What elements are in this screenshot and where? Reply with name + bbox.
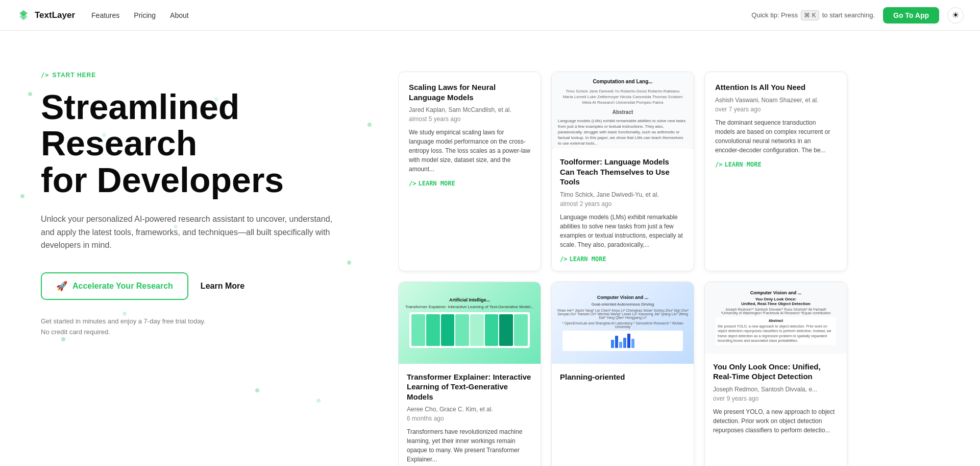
nav-about[interactable]: About (170, 11, 189, 19)
paper-title: Transformer Explainer: Interactive Learn… (407, 372, 532, 402)
navbar: TextLayer Features Pricing About Quick t… (0, 0, 980, 31)
paper-preview-img: Computation and Lang... Timo Schick Jane… (552, 72, 694, 149)
hero-subtitle: Unlock your personalized AI-powered rese… (41, 213, 337, 252)
paper-card-body: Toolformer: Language Models Can Teach Th… (552, 149, 694, 271)
logo-link[interactable]: TextLayer (16, 8, 75, 22)
paper-time: almost 5 years ago (409, 115, 530, 123)
theme-toggle-button[interactable]: ☀ (947, 7, 964, 24)
paper-preview-img: Computer Vision and ... You Only Look On… (705, 282, 847, 354)
paper-time: over 7 years ago (715, 106, 837, 113)
paper-title: Attention Is All You Need (715, 82, 837, 92)
card-image-label: Computer Vision and ... (750, 290, 801, 295)
paper-time: over 9 years ago (713, 395, 839, 402)
paper-authors: Jared Kaplan, Sam McCandlish, et al. (409, 106, 530, 113)
keyboard-shortcut: ⌘ K (801, 10, 819, 20)
paper-authors: Joseph Redmon, Santosh Divvala, e... (713, 386, 839, 393)
papers-grid: Scaling Laws for Neural Language Models … (398, 31, 980, 466)
go-to-app-button[interactable]: Go To App (883, 7, 939, 24)
paper-card-transformer: Artificial Intellige... Transformer Expl… (398, 282, 541, 467)
card-image-label: Computer Vision and ... (597, 295, 648, 300)
hero-title-line1: Streamlined (41, 87, 239, 126)
hero-title-line2: Research (41, 124, 197, 162)
start-label: START HERE (41, 72, 368, 79)
paper-snippet: Transformers have revolutionized machine… (407, 427, 532, 464)
hero-title-line3: for Developers (41, 160, 284, 199)
paper-card-body: Planning-oriented (552, 364, 694, 394)
paper-snippet: The dominant sequence transduction model… (715, 118, 837, 155)
paper-time: almost 2 years ago (560, 200, 685, 207)
paper-authors: Timo Schick, Jane Dwivedi-Yu, et al. (560, 191, 685, 198)
paper-title: You Only Look Once: Unified, Real-Time O… (713, 362, 839, 382)
paper-title: Scaling Laws for Neural Language Models (409, 82, 530, 102)
hero-section: START HERE Streamlined Research for Deve… (0, 31, 980, 466)
paper-snippet: We study empirical scaling laws for lang… (409, 128, 530, 174)
hero-actions: 🚀 Accelerate Your Research Learn More (41, 272, 368, 300)
paper-learn-more[interactable]: LEARN MORE (715, 161, 837, 168)
paper-preview-img: Computer Vision and ... Goal-oriented Au… (552, 282, 694, 364)
paper-snippet: We present YOLO, a new approach to objec… (713, 407, 839, 435)
hero-left: START HERE Streamlined Research for Deve… (0, 31, 398, 466)
rocket-icon: 🚀 (56, 281, 67, 292)
paper-learn-more[interactable]: LEARN MORE (560, 255, 685, 263)
nav-right: Quick tip: Press ⌘ K to start searching.… (751, 7, 964, 24)
logo-text: TextLayer (35, 10, 75, 20)
paper-authors: Ashish Vaswani, Noam Shazeer, et al. (715, 97, 837, 104)
quick-tip: Quick tip: Press ⌘ K to start searching. (751, 10, 875, 20)
hero-trial-text: Get started in minutes and enjoy a 7-day… (41, 316, 368, 338)
paper-card-planning: Computer Vision and ... Goal-oriented Au… (551, 282, 694, 467)
paper-card-toolformer: Computation and Lang... Timo Schick Jane… (551, 72, 694, 271)
paper-preview-img: Artificial Intellige... Transformer Expl… (399, 282, 541, 364)
logo-icon (16, 8, 31, 22)
nav-features[interactable]: Features (91, 11, 119, 19)
paper-card-attention: Attention Is All You Need Ashish Vaswani… (704, 72, 847, 271)
hero-title: Streamlined Research for Developers (41, 89, 368, 198)
paper-title: Toolformer: Language Models Can Teach Th… (560, 157, 685, 187)
paper-card-yolo: Computer Vision and ... You Only Look On… (704, 282, 847, 467)
paper-snippet: Language models (LMs) exhibit remarkable… (560, 213, 685, 249)
accelerate-button[interactable]: 🚀 Accelerate Your Research (41, 272, 188, 300)
paper-time: 6 months ago (407, 415, 532, 422)
paper-card-body: Transformer Explainer: Interactive Learn… (399, 364, 541, 467)
paper-card-body: You Only Look Once: Unified, Real-Time O… (705, 354, 847, 449)
card-image-label: Artificial Intellige... (449, 297, 490, 302)
paper-card-scaling-laws: Scaling Laws for Neural Language Models … (398, 72, 541, 271)
nav-pricing[interactable]: Pricing (134, 11, 156, 19)
nav-links: Features Pricing About (91, 11, 189, 19)
paper-title: Planning-oriented (560, 372, 685, 382)
learn-more-button[interactable]: Learn More (201, 282, 244, 291)
paper-learn-more[interactable]: LEARN MORE (409, 180, 530, 187)
paper-authors: Aeree Cho, Grace C. Kim, et al. (407, 406, 532, 413)
